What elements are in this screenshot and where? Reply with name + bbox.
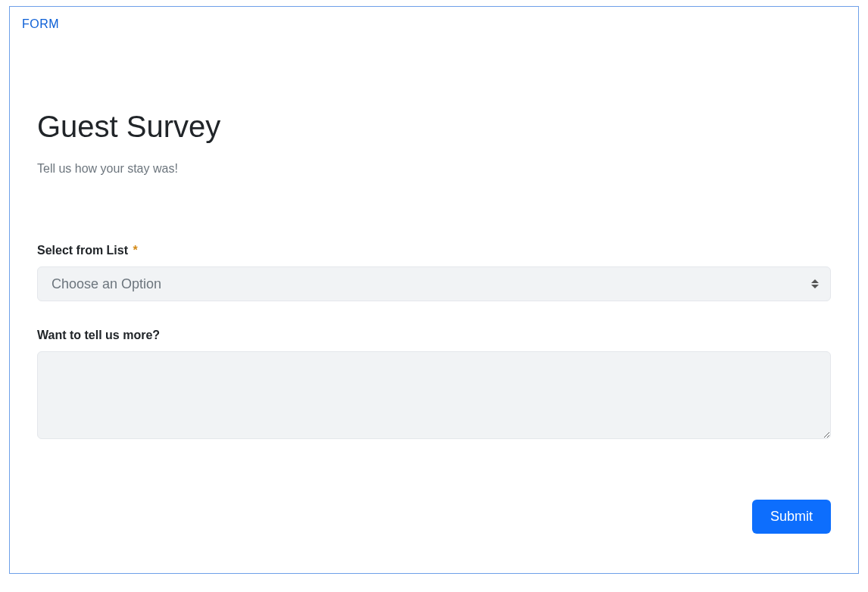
select-wrapper: Choose an Option [37, 266, 831, 301]
form-container: FORM Guest Survey Tell us how your stay … [9, 6, 859, 574]
textarea-field-label: Want to tell us more? [37, 329, 831, 342]
select-from-list[interactable]: Choose an Option [37, 266, 831, 301]
form-title: Guest Survey [37, 110, 831, 144]
select-label-text: Select from List [37, 244, 128, 257]
form-subtitle: Tell us how your stay was! [37, 162, 831, 176]
form-header: Guest Survey Tell us how your stay was! [10, 42, 858, 244]
required-mark: * [133, 244, 137, 257]
tell-us-more-textarea[interactable] [37, 351, 831, 439]
select-field-block: Select from List * Choose an Option [37, 244, 831, 301]
form-fields: Select from List * Choose an Option Want… [10, 244, 858, 442]
form-badge: FORM [10, 7, 71, 42]
button-row: Submit [10, 469, 858, 534]
textarea-field-block: Want to tell us more? [37, 329, 831, 442]
select-field-label: Select from List * [37, 244, 831, 257]
submit-button[interactable]: Submit [752, 500, 831, 534]
